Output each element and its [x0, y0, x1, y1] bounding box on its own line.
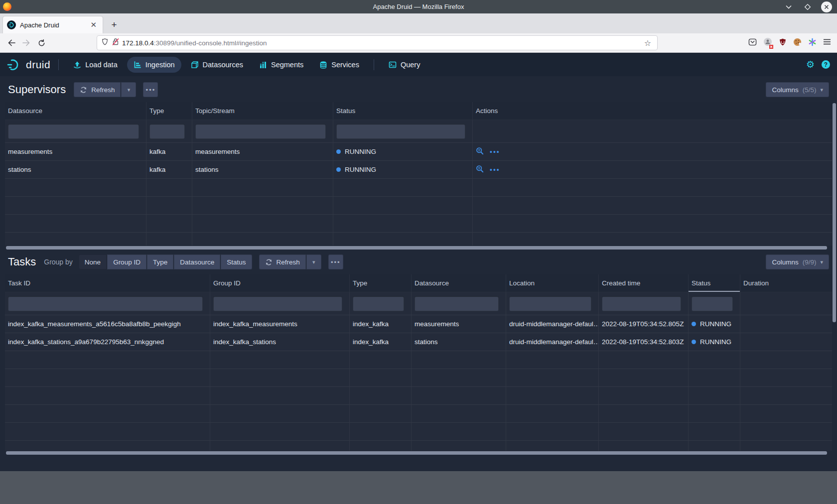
nav-segments[interactable]: Segments [253, 57, 310, 73]
filter-status-input[interactable] [336, 124, 465, 139]
datasources-icon [191, 61, 199, 69]
tasks-toolbar: Tasks Group by None Group ID Type Dataso… [5, 250, 832, 274]
bookmark-star-icon[interactable]: ☆ [642, 38, 653, 48]
inspect-magnifier-icon[interactable] [476, 165, 484, 174]
nav-load-data[interactable]: Load data [67, 57, 124, 73]
task-row-measurements[interactable]: index_kafka_measurements_a5616c5ba8afb8b… [5, 315, 832, 333]
new-tab-button[interactable]: + [107, 17, 122, 32]
filter-datasource-input[interactable] [415, 296, 499, 311]
help-icon[interactable]: ? [822, 60, 830, 69]
ublock-shield-icon[interactable] [779, 38, 787, 48]
empty-table-row [5, 423, 832, 441]
console-page: Supervisors Refresh ▾ ••• Columns(5/5)▾ … [0, 76, 837, 471]
window-maximize-button[interactable] [802, 1, 813, 12]
window-titlebar: Apache Druid — Mozilla Firefox [0, 0, 837, 13]
filter-type-input[interactable] [353, 296, 404, 311]
supervisors-refresh-button[interactable]: Refresh [74, 82, 121, 97]
pocket-icon[interactable] [748, 38, 757, 48]
nav-ingestion[interactable]: Ingestion [127, 57, 181, 73]
col-header-duration[interactable]: Duration [740, 274, 832, 292]
supervisor-row-measurements[interactable]: measurements kafka measurements RUNNING … [5, 143, 832, 161]
col-header-task-id[interactable]: Task ID [5, 274, 210, 292]
col-header-topic-stream[interactable]: Topic/Stream [192, 102, 333, 120]
tab-title: Apache Druid [20, 21, 88, 29]
druid-logo[interactable]: druid [7, 58, 50, 71]
group-by-datasource-button[interactable]: Datasource [174, 254, 220, 269]
col-header-status-sorted[interactable]: Status [689, 274, 740, 292]
filter-datasource-input[interactable] [8, 124, 139, 139]
col-header-datasource[interactable]: Datasource [412, 274, 506, 292]
filter-group-id-input[interactable] [213, 296, 342, 311]
forward-button[interactable] [19, 35, 34, 50]
settings-gear-icon[interactable]: ⚙ [806, 60, 815, 69]
extension-icon[interactable] [763, 37, 772, 48]
col-header-datasource[interactable]: Datasource [5, 102, 146, 120]
url-text[interactable]: 172.18.0.4:30899/unified-console.html#in… [122, 39, 642, 47]
tasks-columns-button[interactable]: Columns(9/9)▾ [766, 254, 829, 269]
nav-query[interactable]: Query [382, 57, 427, 73]
nav-services[interactable]: Services [313, 57, 366, 73]
reload-button[interactable] [34, 35, 49, 50]
empty-table-row [5, 179, 832, 197]
group-by-type-button[interactable]: Type [147, 254, 173, 269]
task-row-stations[interactable]: index_kafka_stations_a9a679b22795b63_nnk… [5, 333, 832, 351]
nav-datasources[interactable]: Datasources [184, 57, 250, 73]
col-header-location[interactable]: Location [506, 274, 599, 292]
group-by-status-button[interactable]: Status [221, 254, 252, 269]
row-actions-more-icon[interactable]: ••• [490, 166, 500, 174]
supervisors-horizontal-scrollbar[interactable] [5, 246, 830, 250]
supervisors-toolbar: Supervisors Refresh ▾ ••• Columns(5/5)▾ [5, 76, 832, 102]
col-header-created-time[interactable]: Created time [599, 274, 689, 292]
filter-task-id-input[interactable] [8, 296, 203, 311]
status-cell: RUNNING [333, 161, 473, 178]
browser-tab-apache-druid[interactable]: Apache Druid ✕ [3, 16, 103, 33]
empty-table-row [5, 387, 832, 405]
supervisors-empty-rows [5, 179, 832, 233]
supervisors-title: Supervisors [8, 83, 66, 96]
supervisors-more-button[interactable]: ••• [143, 82, 158, 97]
back-button[interactable] [4, 35, 19, 50]
col-header-type[interactable]: Type [350, 274, 412, 292]
col-header-type[interactable]: Type [146, 102, 192, 120]
tasks-horizontal-scrollbar[interactable] [5, 451, 830, 455]
col-header-group-id[interactable]: Group ID [210, 274, 350, 292]
url-host: 172.18.0.4 [122, 39, 154, 47]
supervisor-row-stations[interactable]: stations kafka stations RUNNING ••• [5, 161, 832, 179]
empty-table-row [5, 215, 832, 233]
empty-table-row [5, 351, 832, 369]
filter-status-input[interactable] [692, 296, 733, 311]
supervisors-filter-row [5, 120, 832, 143]
url-bar[interactable]: 172.18.0.4:30899/unified-console.html#in… [97, 35, 658, 50]
window-minimize-button[interactable] [783, 1, 794, 12]
lock-insecure-icon[interactable] [112, 38, 119, 48]
inspect-magnifier-icon[interactable] [476, 147, 484, 156]
tasks-refresh-caret-button[interactable]: ▾ [306, 254, 321, 269]
brand-text: druid [26, 59, 50, 71]
status-cell: RUNNING [689, 333, 740, 351]
shield-icon[interactable] [101, 38, 109, 48]
group-by-group-id-button[interactable]: Group ID [107, 254, 146, 269]
filter-created-time-input[interactable] [602, 296, 681, 311]
menu-hamburger-icon[interactable] [823, 38, 831, 47]
cookie-icon[interactable] [793, 38, 802, 48]
col-header-status[interactable]: Status [333, 102, 473, 120]
tasks-table: Task ID Group ID Type Datasource Locatio… [5, 274, 832, 451]
tab-bar: Apache Druid ✕ + [0, 13, 837, 33]
running-dot [692, 322, 696, 326]
supervisors-refresh-caret-button[interactable]: ▾ [121, 82, 136, 97]
query-icon [389, 61, 397, 69]
supervisors-columns-button[interactable]: Columns(5/5)▾ [766, 82, 829, 97]
filter-topic-stream-input[interactable] [195, 124, 326, 139]
window-close-button[interactable] [821, 1, 832, 12]
filter-location-input[interactable] [509, 296, 591, 311]
status-cell: RUNNING [333, 143, 473, 160]
row-actions-more-icon[interactable]: ••• [490, 148, 500, 156]
window-title: Apache Druid — Mozilla Firefox [0, 3, 837, 10]
tasks-more-button[interactable]: ••• [328, 254, 343, 269]
asterisk-extension-icon[interactable] [808, 38, 817, 48]
filter-type-input[interactable] [149, 124, 185, 139]
tab-close-icon[interactable]: ✕ [88, 20, 99, 29]
tasks-refresh-button[interactable]: Refresh [259, 254, 306, 269]
group-by-none-button[interactable]: None [79, 254, 107, 269]
supervisors-vertical-scrollbar[interactable] [833, 103, 836, 322]
